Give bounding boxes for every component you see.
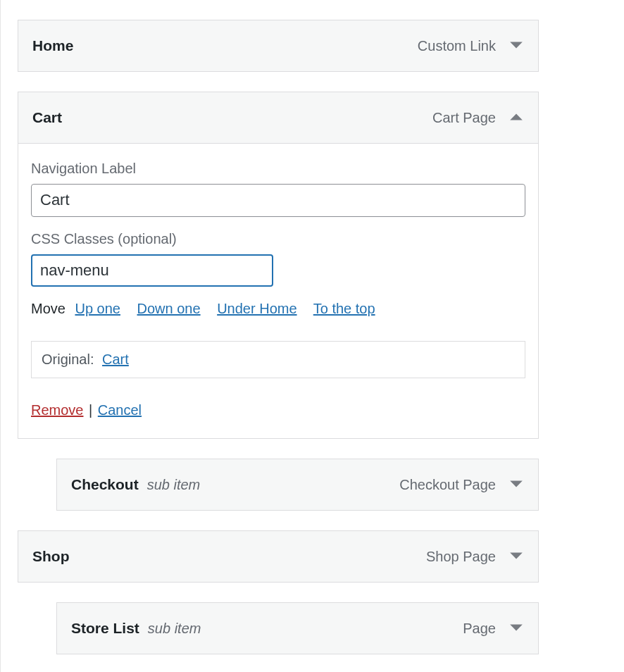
navigation-label-label: Navigation Label — [31, 161, 525, 177]
menu-item-settings: Navigation Label CSS Classes (optional) … — [18, 143, 538, 438]
menu-item-type: Custom Link — [418, 38, 496, 54]
move-up-link[interactable]: Up one — [75, 301, 120, 316]
menu-item-checkout[interactable]: Checkout sub item Checkout Page — [56, 459, 539, 511]
original-box: Original: Cart — [31, 341, 525, 378]
menu-item-title: Home — [32, 37, 73, 54]
menu-item-shop[interactable]: Shop Shop Page — [18, 530, 539, 583]
toggle-button[interactable] — [508, 476, 524, 494]
css-classes-input[interactable] — [31, 254, 273, 287]
menu-item-bar[interactable]: Shop Shop Page — [18, 531, 538, 582]
menu-item-type: Page — [463, 621, 496, 637]
action-row: Remove | Cancel — [31, 402, 525, 418]
toggle-button[interactable] — [508, 548, 524, 566]
menu-item-type: Checkout Page — [399, 477, 496, 493]
menu-item-bar[interactable]: Store List sub item Page — [57, 603, 538, 654]
menu-item-storelist[interactable]: Store List sub item Page — [56, 602, 539, 654]
menu-item-type: Cart Page — [432, 110, 496, 126]
chevron-down-icon — [508, 476, 524, 494]
menu-item-title: Store List — [71, 620, 139, 637]
menu-item-home[interactable]: Home Custom Link — [18, 20, 539, 72]
original-link[interactable]: Cart — [102, 351, 129, 367]
menu-item-title: Cart — [32, 109, 62, 126]
move-down-link[interactable]: Down one — [137, 301, 201, 316]
menu-item-bar[interactable]: Checkout sub item Checkout Page — [57, 459, 538, 510]
sub-item-tag: sub item — [147, 477, 201, 493]
move-top-link[interactable]: To the top — [313, 301, 375, 316]
move-row: Move Up one Down one Under Home To the t… — [31, 301, 525, 317]
menu-item-title: Shop — [32, 548, 70, 565]
toggle-button[interactable] — [508, 620, 524, 637]
toggle-button[interactable] — [508, 109, 524, 127]
move-label: Move — [31, 301, 65, 316]
menu-item-bar[interactable]: Home Custom Link — [18, 20, 538, 71]
chevron-up-icon — [508, 109, 524, 127]
move-under-link[interactable]: Under Home — [217, 301, 297, 316]
menu-item-cart[interactable]: Cart Cart Page Navigation Label — [18, 92, 539, 439]
sub-item-tag: sub item — [148, 621, 201, 637]
menu-item-type: Shop Page — [426, 549, 496, 565]
remove-link[interactable]: Remove — [31, 402, 83, 418]
css-classes-label: CSS Classes (optional) — [31, 231, 525, 247]
separator: | — [85, 402, 96, 418]
menu-item-bar[interactable]: Cart Cart Page — [18, 92, 538, 143]
toggle-button[interactable] — [508, 37, 524, 55]
chevron-down-icon — [508, 620, 524, 637]
original-label: Original: — [42, 351, 94, 367]
chevron-down-icon — [508, 37, 524, 55]
cancel-link[interactable]: Cancel — [98, 402, 142, 418]
chevron-down-icon — [508, 548, 524, 566]
navigation-label-input[interactable] — [31, 184, 525, 217]
menu-item-title: Checkout — [71, 476, 139, 493]
